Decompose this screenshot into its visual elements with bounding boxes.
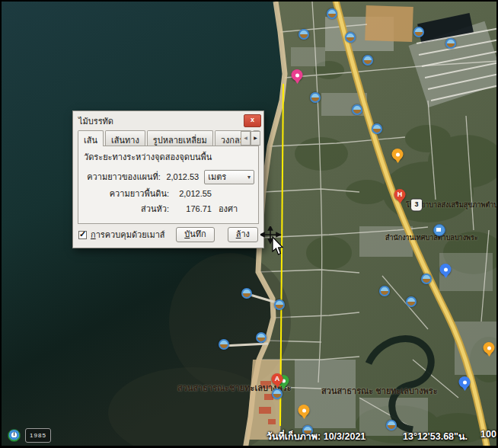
- map-marker-pin-orange-restaurant[interactable]: [298, 405, 310, 416]
- historical-imagery-clock-icon[interactable]: [8, 429, 21, 442]
- chevron-down-icon: ▾: [247, 174, 251, 181]
- map-marker-photo[interactable]: [362, 55, 373, 66]
- dialog-footer: การควบคุมด้วยเมาส์ บันทึก ล้าง: [78, 227, 258, 242]
- map-marker-pin-pink[interactable]: [292, 69, 303, 81]
- mouse-nav-checkbox[interactable]: [78, 231, 87, 239]
- map-marker-pin-red-a[interactable]: A: [272, 373, 283, 385]
- map-marker-circle-gov[interactable]: [433, 224, 445, 236]
- google-earth-window: H3A สวนสาธารณะชายทะเลบางพระสวนสาธารณะ ชา…: [0, 0, 498, 448]
- map-marker-photo[interactable]: [352, 104, 362, 115]
- tab-scroll-left-icon[interactable]: ◀: [241, 131, 251, 146]
- status-latitude: 13°12'53.68"น.: [403, 429, 468, 444]
- dialog-titlebar[interactable]: ไม้บรรทัด x: [73, 111, 263, 128]
- tab-scroll-right-icon[interactable]: ▶: [251, 131, 260, 146]
- ground-length-row: ความยาวพื้นดิน: 2,012.55: [84, 186, 254, 201]
- dirt-field: [365, 5, 413, 42]
- heading-value: 176.71: [169, 204, 217, 213]
- ground-length-label: ความยาวพื้นดิน:: [84, 187, 169, 200]
- heading-label: ส่วนหัว:: [84, 202, 169, 216]
- map-length-value: 2,012.53: [161, 172, 204, 181]
- map-marker-photo[interactable]: [345, 32, 356, 43]
- measure-description: วัดระยะทางระหว่างจุดสองจุดบนพื้น: [84, 150, 212, 164]
- ruler-dialog: ไม้บรรทัด x เส้น เส้นทาง รูปหลายเหลี่ยม …: [72, 110, 264, 248]
- map-marker-photo[interactable]: [406, 296, 417, 307]
- ground-length-value: 2,012.55: [169, 189, 217, 198]
- clear-button[interactable]: ล้าง: [228, 227, 258, 242]
- map-length-label: ความยาวของแผนที่:: [84, 170, 161, 184]
- tab-path[interactable]: เส้นทาง: [105, 130, 145, 146]
- map-marker-photo[interactable]: [421, 274, 432, 284]
- map-place-label: สวนสาธารณะ ชายทะเลบางพระ: [321, 384, 438, 398]
- dialog-tab-bar: เส้น เส้นทาง รูปหลายเหลี่ยม วงกลม เส้ ◀ …: [73, 128, 263, 146]
- dialog-title: ไม้บรรทัด: [78, 114, 244, 128]
- heading-row: ส่วนหัว: 176.71 องศา: [84, 201, 254, 216]
- map-marker-photo[interactable]: [372, 123, 382, 134]
- status-longitude: 100°5: [480, 429, 498, 440]
- map-marker-pin-blue-lodging[interactable]: [459, 376, 471, 388]
- heading-unit: องศา: [217, 202, 238, 216]
- map-marker-pin-red-hospital[interactable]: H: [394, 189, 406, 200]
- historical-imagery-year-chip[interactable]: 1985: [25, 428, 51, 443]
- map-marker-photo[interactable]: [386, 420, 397, 430]
- map-marker-photo[interactable]: [274, 299, 285, 310]
- map-marker-photo[interactable]: [413, 27, 424, 37]
- map-marker-photo[interactable]: [379, 286, 390, 296]
- tab-polygon[interactable]: รูปหลายเหลี่ยม: [147, 130, 213, 146]
- mouse-cursor: [260, 226, 286, 257]
- map-marker-photo[interactable]: [327, 8, 337, 19]
- map-place-label: สำนักงานเทศบาลตำบลบางพระ: [385, 232, 478, 243]
- mouse-nav-label: การควบคุมด้วยเมาส์: [91, 228, 165, 242]
- save-button[interactable]: บันทึก: [176, 227, 214, 242]
- unit-dropdown[interactable]: เมตร ▾: [204, 170, 254, 184]
- map-marker-photo[interactable]: [219, 339, 229, 350]
- map-marker-photo[interactable]: [256, 332, 267, 343]
- map-marker-photo[interactable]: [241, 288, 252, 299]
- status-capture-date: วันที่เก็บภาพ: 10/3/2021: [267, 429, 366, 444]
- map-length-row: ความยาวของแผนที่: 2,012.53 เมตร ▾: [84, 169, 254, 184]
- dialog-tab-panel: วัดระยะทางระหว่างจุดสองจุดบนพื้น ความยาว…: [78, 146, 259, 224]
- map-marker-pin-orange-cafe[interactable]: [484, 342, 495, 354]
- map-marker-pin-blue-shopping[interactable]: [440, 264, 452, 275]
- close-icon[interactable]: x: [244, 114, 261, 127]
- map-marker-pin-orange-shopping[interactable]: [392, 149, 404, 160]
- tab-scroll-buttons: ◀ ▶: [241, 131, 260, 146]
- map-marker-photo[interactable]: [445, 38, 456, 49]
- unit-dropdown-value: เมตร: [208, 170, 247, 184]
- map-marker-photo[interactable]: [298, 29, 309, 40]
- map-marker-shield[interactable]: 3: [410, 199, 423, 212]
- map-marker-photo[interactable]: [310, 92, 321, 103]
- tab-line[interactable]: เส้น: [78, 130, 104, 146]
